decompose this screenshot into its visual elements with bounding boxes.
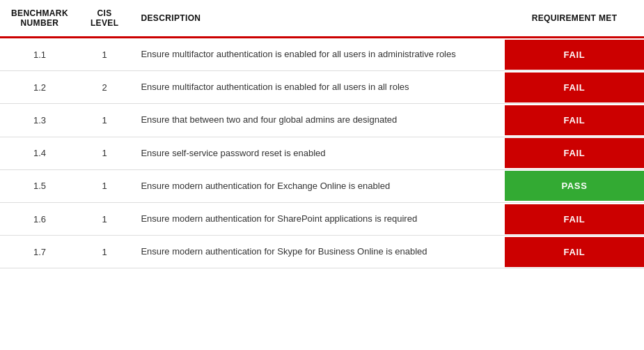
header-benchmark: BENCHMARK NUMBER — [0, 0, 79, 38]
status-badge: PASS — [505, 171, 644, 201]
cell-description: Ensure self-service password reset is en… — [129, 137, 505, 169]
header-description: DESCRIPTION — [129, 0, 505, 38]
table-row: 1.31Ensure that between two and four glo… — [0, 104, 644, 137]
cell-requirement: FAIL — [505, 202, 644, 235]
cell-description: Ensure modern authentication for SharePo… — [129, 202, 505, 235]
cell-benchmark: 1.3 — [0, 104, 79, 137]
header-cis: CIS LEVEL — [79, 0, 129, 38]
cell-benchmark: 1.4 — [0, 137, 79, 169]
cell-benchmark: 1.6 — [0, 202, 79, 235]
cell-description: Ensure modern authentication for Skype f… — [129, 236, 505, 268]
table-row: 1.61Ensure modern authentication for Sha… — [0, 202, 644, 235]
cell-cis: 1 — [79, 236, 129, 268]
cell-benchmark: 1.5 — [0, 169, 79, 202]
header-requirement: REQUIREMENT MET — [505, 0, 644, 38]
table-header-row: BENCHMARK NUMBER CIS LEVEL DESCRIPTION R… — [0, 0, 644, 38]
cell-requirement: FAIL — [505, 137, 644, 169]
cell-description: Ensure multifactor authentication is ena… — [129, 71, 505, 104]
status-badge: FAIL — [505, 73, 644, 102]
cell-cis: 1 — [79, 38, 129, 71]
status-badge: FAIL — [505, 40, 644, 70]
cell-requirement: PASS — [505, 169, 644, 202]
cell-cis: 1 — [79, 202, 129, 235]
status-badge: FAIL — [505, 204, 644, 234]
cell-requirement: FAIL — [505, 38, 644, 71]
table-body: 1.11Ensure multifactor authentication is… — [0, 38, 644, 268]
cell-description: Ensure modern authentication for Exchang… — [129, 169, 505, 202]
cell-requirement: FAIL — [505, 71, 644, 104]
cell-requirement: FAIL — [505, 104, 644, 137]
cell-cis: 1 — [79, 137, 129, 169]
cell-benchmark: 1.7 — [0, 236, 79, 268]
table-row: 1.41Ensure self-service password reset i… — [0, 137, 644, 169]
cell-benchmark: 1.2 — [0, 71, 79, 104]
cell-requirement: FAIL — [505, 236, 644, 268]
cell-description: Ensure that between two and four global … — [129, 104, 505, 137]
benchmark-table-container: BENCHMARK NUMBER CIS LEVEL DESCRIPTION R… — [0, 0, 644, 268]
table-row: 1.71Ensure modern authentication for Sky… — [0, 236, 644, 268]
status-badge: FAIL — [505, 138, 644, 168]
status-badge: FAIL — [505, 237, 644, 267]
table-row: 1.22Ensure multifactor authentication is… — [0, 71, 644, 104]
cell-cis: 1 — [79, 104, 129, 137]
benchmark-table: BENCHMARK NUMBER CIS LEVEL DESCRIPTION R… — [0, 0, 644, 268]
cell-cis: 2 — [79, 71, 129, 104]
table-row: 1.11Ensure multifactor authentication is… — [0, 38, 644, 71]
cell-cis: 1 — [79, 169, 129, 202]
cell-benchmark: 1.1 — [0, 38, 79, 71]
cell-description: Ensure multifactor authentication is ena… — [129, 38, 505, 71]
table-row: 1.51Ensure modern authentication for Exc… — [0, 169, 644, 202]
status-badge: FAIL — [505, 105, 644, 135]
